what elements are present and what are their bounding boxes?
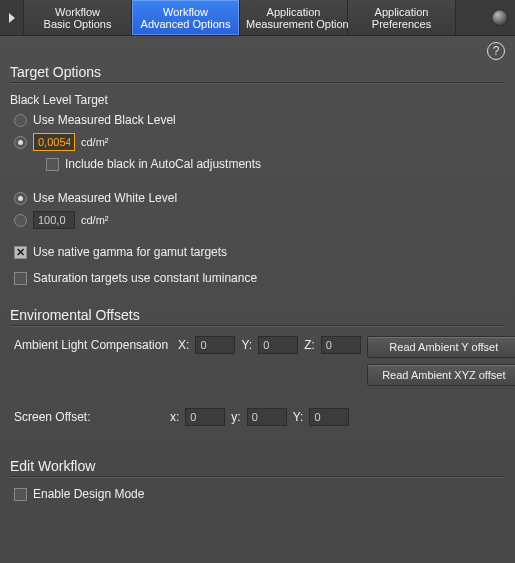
- row-white-value: cd/m²: [10, 211, 505, 229]
- help-icon: ?: [493, 44, 500, 58]
- label-ambient-z: Z:: [304, 338, 315, 352]
- divider: [10, 82, 505, 83]
- label-screen-offset: Screen Offset:: [14, 410, 164, 424]
- label-screen-Y2: Y:: [293, 410, 304, 424]
- tab-label-line2: Measurement Options: [246, 18, 341, 30]
- row-saturation-const-luminance: ✕ Saturation targets use constant lumina…: [10, 271, 505, 285]
- help-button[interactable]: ?: [487, 42, 505, 60]
- black-level-target-title: Black Level Target: [10, 93, 505, 107]
- section-title-env-offsets: Enviromental Offsets: [10, 307, 505, 323]
- chevron-right-icon: [7, 13, 17, 23]
- radio-white-use-measured[interactable]: [14, 192, 27, 205]
- tab-label-line1: Workflow: [138, 6, 233, 18]
- label-black-use-measured: Use Measured Black Level: [33, 113, 176, 127]
- tab-label-line2: Basic Options: [30, 18, 125, 30]
- unit-black-level: cd/m²: [81, 136, 109, 148]
- tab-orb-container: [485, 0, 515, 35]
- input-black-level-value[interactable]: [33, 133, 75, 151]
- row-black-value: cd/m²: [10, 133, 505, 151]
- label-design-mode: Enable Design Mode: [33, 487, 144, 501]
- tab-label-line2: Advanced Options: [138, 18, 233, 30]
- row-design-mode: ✕ Enable Design Mode: [10, 487, 505, 501]
- input-ambient-y[interactable]: [258, 336, 298, 354]
- radio-black-use-measured[interactable]: [14, 114, 27, 127]
- label-white-use-measured: Use Measured White Level: [33, 191, 177, 205]
- label-include-autocal: Include black in AutoCal adjustments: [65, 157, 261, 171]
- row-white-use-measured: Use Measured White Level: [10, 191, 505, 205]
- input-screen-x[interactable]: [185, 408, 225, 426]
- radio-black-value[interactable]: [14, 136, 27, 149]
- section-title-target-options: Target Options: [10, 64, 505, 80]
- section-title-edit-workflow: Edit Workflow: [10, 458, 505, 474]
- divider: [10, 325, 505, 326]
- label-screen-x: x:: [170, 410, 179, 424]
- checkbox-include-autocal[interactable]: ✕: [46, 158, 59, 171]
- checkbox-native-gamma[interactable]: ✕: [14, 246, 27, 259]
- input-white-level-value[interactable]: [33, 211, 75, 229]
- ambient-buttons: Read Ambient Y offset Read Ambient XYZ o…: [367, 336, 515, 386]
- content-panel: ? Target Options Black Level Target Use …: [0, 36, 515, 563]
- tab-application-measurement[interactable]: Application Measurement Options: [240, 0, 348, 35]
- button-read-ambient-y[interactable]: Read Ambient Y offset: [367, 336, 515, 358]
- tab-spacer: [456, 0, 485, 35]
- row-native-gamma: ✕ Use native gamma for gamut targets: [10, 245, 505, 259]
- input-ambient-x[interactable]: [195, 336, 235, 354]
- row-black-use-measured: Use Measured Black Level: [10, 113, 505, 127]
- unit-white-level: cd/m²: [81, 214, 109, 226]
- status-orb-icon: [492, 10, 508, 26]
- tab-label-line2: Preferences: [354, 18, 449, 30]
- label-ambient-comp: Ambient Light Compensation: [14, 338, 168, 352]
- label-ambient-x: X:: [178, 338, 189, 352]
- checkbox-saturation-const-luminance[interactable]: ✕: [14, 272, 27, 285]
- row-ambient-comp: Ambient Light Compensation X: Y: Z: Read…: [10, 336, 505, 386]
- radio-white-value[interactable]: [14, 214, 27, 227]
- label-native-gamma: Use native gamma for gamut targets: [33, 245, 227, 259]
- divider: [10, 476, 505, 477]
- tab-workflow-basic[interactable]: Workflow Basic Options: [24, 0, 132, 35]
- tab-expand-toggle[interactable]: [0, 0, 24, 35]
- row-screen-offset: Screen Offset: x: y: Y:: [10, 408, 505, 426]
- label-ambient-y: Y:: [241, 338, 252, 352]
- input-screen-y[interactable]: [247, 408, 287, 426]
- tab-workflow-advanced[interactable]: Workflow Advanced Options: [132, 0, 240, 35]
- checkbox-design-mode[interactable]: ✕: [14, 488, 27, 501]
- tab-strip: Workflow Basic Options Workflow Advanced…: [0, 0, 515, 36]
- input-ambient-z[interactable]: [321, 336, 361, 354]
- button-read-ambient-xyz[interactable]: Read Ambient XYZ offset: [367, 364, 515, 386]
- tab-label-line1: Application: [354, 6, 449, 18]
- row-include-autocal: ✕ Include black in AutoCal adjustments: [10, 157, 505, 171]
- tab-application-preferences[interactable]: Application Preferences: [348, 0, 456, 35]
- label-screen-y: y:: [231, 410, 240, 424]
- label-saturation-const-luminance: Saturation targets use constant luminanc…: [33, 271, 257, 285]
- tab-label-line1: Application: [246, 6, 341, 18]
- input-screen-Y2[interactable]: [309, 408, 349, 426]
- tab-label-line1: Workflow: [30, 6, 125, 18]
